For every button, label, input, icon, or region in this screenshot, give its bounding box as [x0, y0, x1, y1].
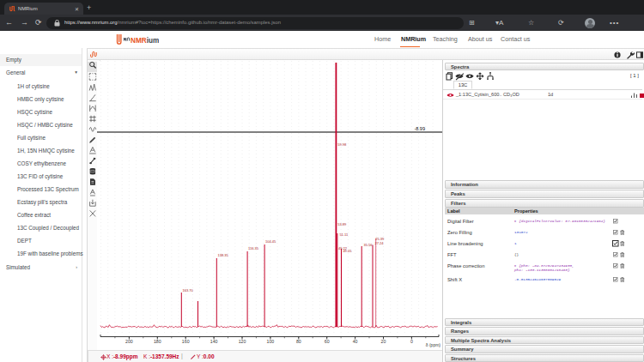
- svg-text:160: 160: [182, 339, 190, 344]
- svg-text:δ (ppm): δ (ppm): [426, 342, 441, 347]
- svg-text:0: 0: [410, 339, 413, 344]
- svg-text:163.70: 163.70: [183, 288, 194, 293]
- svg-text:100: 100: [267, 339, 275, 344]
- svg-text:200: 200: [125, 339, 133, 344]
- svg-text:80: 80: [296, 339, 301, 344]
- svg-text:59.98: 59.98: [337, 142, 347, 147]
- svg-text:40: 40: [353, 339, 358, 344]
- svg-text:ium: ium: [147, 37, 159, 45]
- svg-text:NMR: NMR: [131, 37, 147, 45]
- svg-text:27.24: 27.24: [375, 241, 385, 245]
- svg-text:49.05: 49.05: [343, 249, 352, 253]
- svg-text:-8.99: -8.99: [414, 126, 425, 131]
- svg-text:20: 20: [381, 339, 386, 344]
- svg-text:120: 120: [239, 339, 246, 344]
- svg-text:138.35: 138.35: [218, 253, 229, 257]
- svg-text:53.89: 53.89: [337, 222, 347, 226]
- svg-text:60: 60: [325, 339, 330, 344]
- svg-text:140: 140: [210, 339, 218, 344]
- svg-text:116.35: 116.35: [248, 246, 259, 250]
- svg-text:51.11: 51.11: [339, 232, 348, 237]
- svg-text:180: 180: [154, 339, 161, 344]
- svg-text:35.56: 35.56: [364, 243, 374, 247]
- svg-text:104.45: 104.45: [265, 239, 276, 244]
